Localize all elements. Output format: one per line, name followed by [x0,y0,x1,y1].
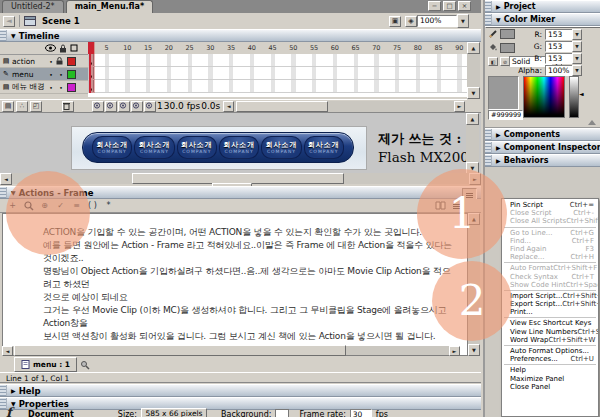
help-panel-header[interactable]: ▶ Help [0,384,481,397]
fill-bucket-icon[interactable] [488,42,498,52]
minimize-icon[interactable]: − [428,1,441,11]
black-white-icon[interactable]: ◧ [488,57,498,66]
tab-main-menu-fla[interactable]: main_Menu.fla* [66,0,154,13]
motion-guide-icon[interactable]: ∴ [16,101,28,112]
modify-markers-icon[interactable] [144,101,156,112]
menu-item-view-line-numbers[interactable]: View Line NumbersCtrl+Shift+L [502,328,598,336]
layer-row-1[interactable]: ▤action• [0,55,88,68]
edit-scene-icon[interactable]: ▣ [389,16,401,27]
menu-item-help[interactable]: Help [502,366,598,374]
layer-name[interactable]: 메뉴 배경 [12,82,46,92]
alpha-input[interactable]: 100% [545,65,575,76]
delete-layer-icon[interactable] [62,101,74,112]
brightness-slider[interactable] [569,76,579,118]
frame-rate-input[interactable]: 30 [350,409,372,417]
debug-options-icon[interactable]: * [102,200,115,211]
tab-untitled-2[interactable]: Untitled-2* [2,0,64,13]
components-panel-header[interactable]: ▶ Components [485,128,600,141]
restore-icon[interactable]: □ [443,1,456,11]
menu-item-close-panel[interactable]: Close Panel [502,383,598,391]
layer-lock-dot[interactable]: • [56,84,66,91]
layer-lock-icon[interactable] [56,57,66,65]
stroke-color-swatch[interactable] [500,29,515,39]
check-syntax-icon[interactable]: ✓ [54,200,67,211]
auto-format-icon[interactable]: ≡ [70,200,83,211]
pin-script-icon[interactable] [80,360,90,370]
layer-name[interactable]: menu [12,70,46,79]
menu-item-pin-script[interactable]: Pin ScriptCtrl+= [502,201,598,209]
menu-item-import-script[interactable]: Import Script...Ctrl+Shift+I [502,292,598,300]
close-icon[interactable]: × [458,1,471,11]
show-hide-eye-icon[interactable] [45,44,56,52]
show-code-hint-icon[interactable]: ( ) [86,200,99,211]
panel-resize-handle[interactable] [588,120,596,125]
edit-symbols-icon[interactable]: ◈ [405,16,417,27]
find-icon[interactable] [22,200,35,211]
menu-item-view-esc-shortcut-keys[interactable]: View Esc Shortcut Keys [502,319,598,327]
layer-outline-color[interactable] [67,83,76,92]
frames-area[interactable]: 51015202530354045505560657075808590 [88,42,467,97]
insert-layer-icon[interactable]: ▤ [2,101,14,112]
component-inspector-panel-header[interactable]: ▶ Component Inspector [485,141,600,154]
stroke-color-pencil-icon[interactable] [489,29,498,38]
frame-row[interactable] [88,67,467,80]
scene-name-label[interactable]: Scene 1 [42,16,80,26]
script-text[interactable]: ACTION을 기입할 수 있는 공간이며, 어떤 ACTION을 넣을 수 있… [43,226,459,356]
layer-name[interactable]: action [12,57,46,66]
center-frame-icon[interactable] [92,101,104,112]
view-options-icon[interactable] [450,200,463,211]
stage-pasteboard[interactable]: 회사소개COMPANY회사소개COMPANY회사소개COMPANY회사소개COM… [0,112,481,174]
layer-visibility-dot[interactable]: • [46,71,56,78]
nav-button-6[interactable]: 회사소개COMPANY [304,136,344,159]
layer-outline-color[interactable] [67,57,76,66]
script-horizontal-scrollbar[interactable]: ◄ ► [2,346,460,355]
panel-grip[interactable] [485,14,492,25]
panel-grip[interactable] [0,385,7,396]
add-script-icon[interactable]: + [6,200,19,211]
lock-icon[interactable] [59,44,67,53]
zoom-dropdown-icon[interactable]: ▼ [457,14,469,28]
fill-color-swatch[interactable] [500,43,515,53]
menu-item-export-script[interactable]: Export Script...Ctrl+Shift+X [502,300,598,308]
size-button[interactable]: 585 x 66 pixels [141,408,207,417]
nav-button-3[interactable]: 회사소개COMPANY [177,136,217,159]
menu-item-print[interactable]: Print... [502,308,598,316]
actions-panel-header[interactable]: ▼ Actions - Frame [0,186,481,199]
r-stepper-icon[interactable]: ▼ [572,29,582,40]
timeline-horizontal-scrollbar[interactable]: ◄ ► [223,101,465,112]
menu-item-preferences[interactable]: Preferences...Ctrl+U [502,355,598,363]
color-mixer-panel-header[interactable]: ▼ Color Mixer [485,13,600,26]
project-panel-header[interactable]: ▶ Project [485,0,600,13]
alpha-stepper-icon[interactable]: ▼ [572,65,582,76]
script-vertical-scrollbar[interactable]: ▲ ▼ [468,213,480,356]
panel-grip[interactable] [485,142,492,153]
background-color-swatch[interactable] [275,409,289,417]
timeline-panel-header[interactable]: ▼ Timeline [0,29,481,42]
b-stepper-icon[interactable]: ▼ [572,53,582,64]
zoom-control[interactable]: 100% ▼ [417,14,469,28]
edit-multiple-frames-icon[interactable] [131,101,143,112]
frame-rate-value[interactable]: 30.0 fps [164,101,200,111]
layer-lock-dot[interactable]: • [56,71,66,78]
frame-row[interactable] [88,54,467,67]
layer-row-2[interactable]: ✎menu•• [0,68,88,81]
g-input[interactable]: 153 [545,41,575,52]
panel-grip[interactable] [485,155,492,166]
menu-item-word-wrap[interactable]: Word WrapCtrl+Shift+W [502,336,598,344]
panel-grip[interactable] [485,129,492,140]
g-stepper-icon[interactable]: ▼ [572,41,582,52]
layer-folder-icon[interactable]: ◰ [30,101,42,112]
nav-button-4[interactable]: 회사소개COMPANY [219,136,259,159]
panel-grip[interactable] [0,187,7,198]
layer-visibility-dot[interactable]: • [46,84,56,91]
panel-grip[interactable] [485,1,492,12]
frame-row[interactable] [88,80,467,93]
stage[interactable]: 회사소개COMPANY회사소개COMPANY회사소개COMPANY회사소개COM… [72,127,366,169]
brightness-slider-arrow-icon[interactable]: ◄ [579,90,584,97]
color-picker-gradient[interactable] [523,76,565,118]
insert-target-path-icon[interactable]: ⊕ [38,200,51,211]
timeline-vertical-scrollbar[interactable]: ▲ ▼ [467,42,480,97]
stage-vertical-scrollbar[interactable]: ▲ ▼ [466,113,479,172]
reference-icon[interactable] [434,200,447,211]
script-pane[interactable]: ACTION을 기입할 수 있는 공간이며, 어떤 ACTION을 넣을 수 있… [2,213,468,356]
